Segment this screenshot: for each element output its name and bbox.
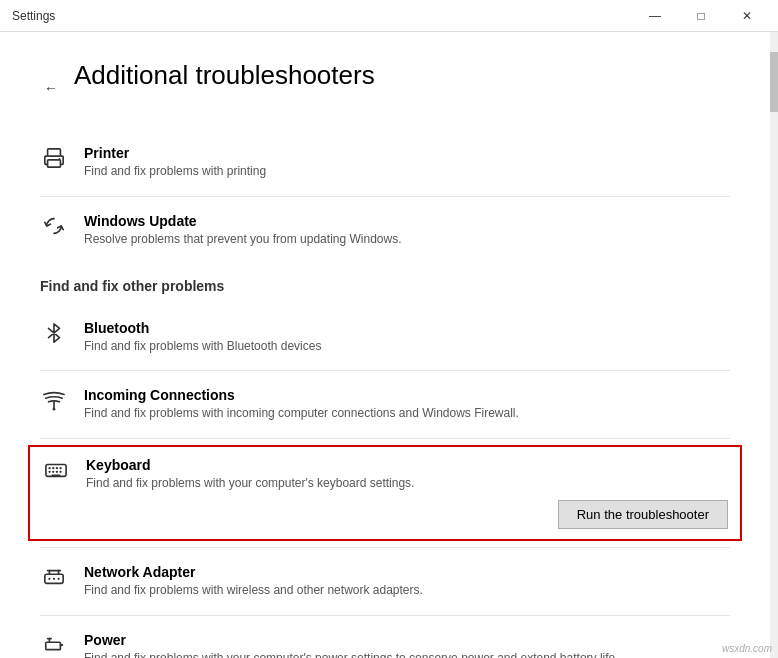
page-header: ← Additional troubleshooters [40, 60, 730, 115]
bluetooth-icon [40, 320, 68, 344]
svg-point-4 [53, 408, 56, 411]
power-text: Power Find and fix problems with your co… [84, 632, 730, 658]
svg-point-2 [59, 158, 61, 160]
network-adapter-icon [40, 564, 68, 588]
back-button[interactable]: ← [40, 76, 62, 100]
troubleshooter-item-keyboard[interactable]: Keyboard Find and fix problems with your… [28, 445, 742, 541]
divider-2 [40, 370, 730, 371]
title-bar: Settings — □ ✕ [0, 0, 778, 32]
content-area: ← Additional troubleshooters Printer Fin… [0, 32, 778, 658]
incoming-connections-title: Incoming Connections [84, 387, 730, 403]
page-title: Additional troubleshooters [74, 60, 375, 91]
network-adapter-desc: Find and fix problems with wireless and … [84, 582, 730, 599]
divider-5 [40, 615, 730, 616]
troubleshooter-item-bluetooth[interactable]: Bluetooth Find and fix problems with Blu… [40, 310, 730, 365]
network-adapter-title: Network Adapter [84, 564, 730, 580]
run-btn-row: Run the troubleshooter [86, 500, 728, 529]
windows-update-icon [40, 213, 68, 237]
troubleshooter-item-printer[interactable]: Printer Find and fix problems with print… [40, 135, 730, 190]
bluetooth-text: Bluetooth Find and fix problems with Blu… [84, 320, 730, 355]
power-title: Power [84, 632, 730, 648]
troubleshooter-item-windows-update[interactable]: Windows Update Resolve problems that pre… [40, 203, 730, 258]
incoming-connections-icon [40, 387, 68, 411]
windows-update-title: Windows Update [84, 213, 730, 229]
other-problems-header: Find and fix other problems [40, 278, 730, 294]
printer-text: Printer Find and fix problems with print… [84, 145, 730, 180]
title-bar-left: Settings [12, 9, 55, 23]
minimize-button[interactable]: — [632, 0, 678, 32]
printer-title: Printer [84, 145, 730, 161]
keyboard-title: Keyboard [86, 457, 728, 473]
scrollbar-track[interactable] [770, 32, 778, 658]
power-icon [40, 632, 68, 656]
svg-rect-1 [48, 160, 61, 167]
divider-1 [40, 196, 730, 197]
svg-rect-0 [48, 149, 61, 156]
incoming-connections-desc: Find and fix problems with incoming comp… [84, 405, 730, 422]
divider-4 [40, 547, 730, 548]
network-adapter-text: Network Adapter Find and fix problems wi… [84, 564, 730, 599]
windows-update-text: Windows Update Resolve problems that pre… [84, 213, 730, 248]
keyboard-icon [42, 457, 70, 481]
divider-3 [40, 438, 730, 439]
windows-update-desc: Resolve problems that prevent you from u… [84, 231, 730, 248]
maximize-button[interactable]: □ [678, 0, 724, 32]
printer-icon [40, 145, 68, 169]
keyboard-desc: Find and fix problems with your computer… [86, 475, 728, 492]
printer-desc: Find and fix problems with printing [84, 163, 730, 180]
bluetooth-desc: Find and fix problems with Bluetooth dev… [84, 338, 730, 355]
run-troubleshooter-button[interactable]: Run the troubleshooter [558, 500, 728, 529]
watermark: wsxdn.com [722, 643, 772, 654]
main-panel: ← Additional troubleshooters Printer Fin… [0, 32, 770, 658]
power-desc: Find and fix problems with your computer… [84, 650, 730, 658]
title-bar-controls: — □ ✕ [632, 0, 770, 32]
bluetooth-title: Bluetooth [84, 320, 730, 336]
troubleshooter-item-incoming-connections[interactable]: Incoming Connections Find and fix proble… [40, 377, 730, 432]
close-button[interactable]: ✕ [724, 0, 770, 32]
troubleshooter-item-network-adapter[interactable]: Network Adapter Find and fix problems wi… [40, 554, 730, 609]
section-gap [40, 258, 730, 278]
troubleshooter-item-power[interactable]: Power Find and fix problems with your co… [40, 622, 730, 658]
scrollbar-thumb[interactable] [770, 52, 778, 112]
incoming-connections-text: Incoming Connections Find and fix proble… [84, 387, 730, 422]
svg-rect-22 [46, 642, 61, 649]
title-bar-title: Settings [12, 9, 55, 23]
keyboard-text: Keyboard Find and fix problems with your… [86, 457, 728, 529]
